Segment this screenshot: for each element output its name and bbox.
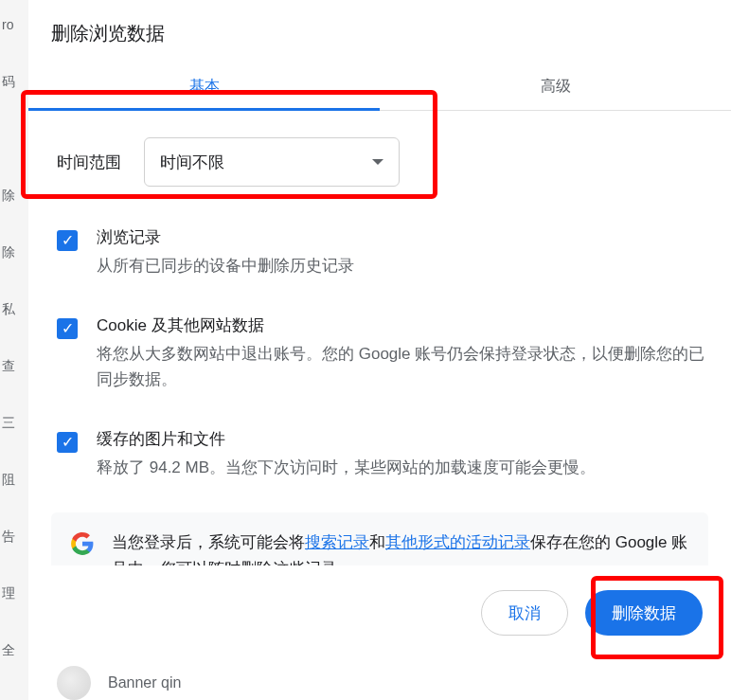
bg-fragment: 查: [0, 349, 28, 405]
option-title: Cookie 及其他网站数据: [97, 314, 708, 336]
option-cookies: ✓ Cookie 及其他网站数据 将您从大多数网站中退出账号。您的 Google…: [51, 303, 708, 417]
option-desc: 将您从大多数网站中退出账号。您的 Google 账号仍会保持登录状态，以便删除您…: [97, 342, 708, 392]
option-desc: 释放了 94.2 MB。当您下次访问时，某些网站的加载速度可能会更慢。: [97, 456, 708, 480]
option-title: 缓存的图片和文件: [97, 428, 708, 450]
google-account-notice: 当您登录后，系统可能会将搜索记录和其他形式的活动记录保存在您的 Google 账…: [51, 512, 708, 565]
option-desc: 从所有已同步的设备中删除历史记录: [97, 254, 708, 278]
tab-advanced[interactable]: 高级: [380, 63, 731, 110]
search-history-link[interactable]: 搜索记录: [305, 533, 369, 551]
avatar: [57, 666, 91, 700]
notice-part: 和: [369, 533, 385, 551]
bg-fragment: 私: [0, 292, 28, 349]
time-range-value: 时间不限: [160, 152, 224, 173]
option-text: 缓存的图片和文件 释放了 94.2 MB。当您下次访问时，某些网站的加载速度可能…: [97, 428, 708, 480]
option-browsing-history: ✓ 浏览记录 从所有已同步的设备中删除历史记录: [51, 215, 708, 303]
check-icon: ✓: [62, 435, 74, 450]
dialog-title: 删除浏览数据: [28, 0, 731, 63]
bg-fragment: 全: [0, 633, 28, 690]
bg-fragment: 理: [0, 576, 28, 633]
notice-part: 当您登录后，系统可能会将: [112, 533, 305, 551]
dialog-footer: 取消 删除数据: [28, 565, 731, 660]
bg-fragment: 告: [0, 519, 28, 576]
chevron-down-icon: [372, 159, 383, 165]
background-sidebar: ro 码 除 除 私 查 三 阻 告 理 全: [0, 0, 28, 700]
account-row: Banner qin: [28, 660, 731, 700]
clear-browsing-data-dialog: 删除浏览数据 基本 高级 时间范围 时间不限 ✓ 浏览记录 从所有已同步的设备中…: [28, 0, 731, 700]
time-range-label: 时间范围: [57, 152, 121, 173]
option-text: Cookie 及其他网站数据 将您从大多数网站中退出账号。您的 Google 账…: [97, 314, 708, 392]
bg-fragment: [0, 121, 28, 178]
tab-basic[interactable]: 基本: [28, 63, 380, 110]
cancel-button[interactable]: 取消: [481, 590, 568, 636]
delete-data-button[interactable]: 删除数据: [585, 590, 703, 636]
check-icon: ✓: [62, 233, 74, 248]
bg-fragment: ro: [0, 8, 28, 64]
bg-fragment: 阻: [0, 462, 28, 519]
notice-text: 当您登录后，系统可能会将搜索记录和其他形式的活动记录保存在您的 Google 账…: [112, 529, 689, 565]
bg-fragment: 三: [0, 405, 28, 462]
tabs: 基本 高级: [28, 63, 731, 111]
time-range-row: 时间范围 时间不限: [51, 111, 708, 215]
bg-fragment: 除: [0, 235, 28, 292]
time-range-select[interactable]: 时间不限: [144, 137, 400, 187]
option-cache: ✓ 缓存的图片和文件 释放了 94.2 MB。当您下次访问时，某些网站的加载速度…: [51, 417, 708, 505]
bg-fragment: 码: [0, 64, 28, 121]
option-text: 浏览记录 从所有已同步的设备中删除历史记录: [97, 226, 708, 278]
checkbox-browsing-history[interactable]: ✓: [57, 230, 78, 251]
other-activity-link[interactable]: 其他形式的活动记录: [385, 533, 530, 551]
bg-fragment: 除: [0, 178, 28, 235]
checkbox-cache[interactable]: ✓: [57, 432, 78, 453]
account-name: Banner qin: [108, 674, 181, 691]
option-title: 浏览记录: [97, 226, 708, 248]
check-icon: ✓: [62, 321, 74, 336]
tab-indicator: [28, 108, 380, 111]
dialog-content: 时间范围 时间不限 ✓ 浏览记录 从所有已同步的设备中删除历史记录 ✓ Cook…: [28, 111, 731, 565]
checkbox-cookies[interactable]: ✓: [57, 318, 78, 339]
google-logo-icon: [70, 531, 95, 556]
